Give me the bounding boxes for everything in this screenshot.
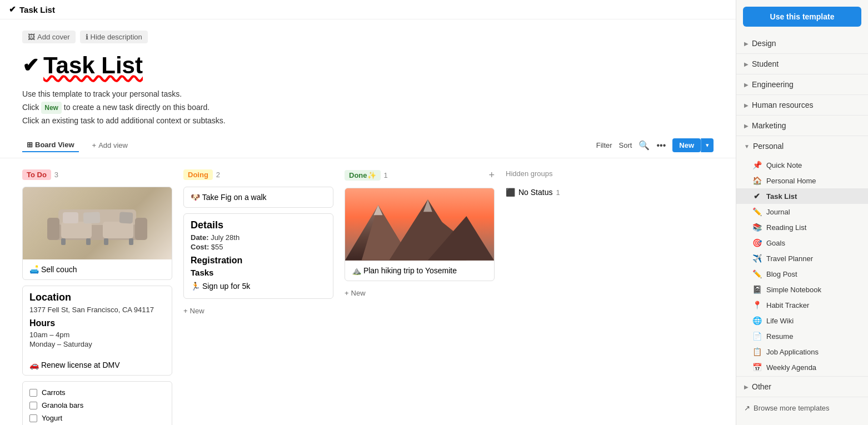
sidebar-item-task-list[interactable]: ✔ Task List bbox=[736, 188, 868, 204]
svg-rect-10 bbox=[63, 212, 78, 223]
external-link-icon: ↗ bbox=[744, 404, 750, 412]
sidebar-item-weekly-agenda[interactable]: 📅 Weekly Agenda bbox=[736, 359, 868, 375]
search-button[interactable]: 🔍 bbox=[638, 140, 650, 151]
sidebar-item-travel-planner[interactable]: ✈️ Travel Planner bbox=[736, 251, 868, 266]
quick-note-icon: 📌 bbox=[752, 161, 762, 169]
chevron-right-icon: ▶ bbox=[744, 384, 749, 390]
couch-image bbox=[23, 187, 172, 259]
marketing-label: Marketing bbox=[752, 121, 786, 130]
chevron-right-icon: ▶ bbox=[744, 61, 749, 67]
sidebar-section-header-student[interactable]: ▶ Student bbox=[736, 54, 868, 74]
checkbox-icon[interactable] bbox=[29, 414, 37, 422]
sidebar-item-simple-notebook[interactable]: 📓 Simple Notebook bbox=[736, 282, 868, 297]
sidebar-section-header-engineering[interactable]: ▶ Engineering bbox=[736, 74, 868, 94]
sidebar-section-header-design[interactable]: ▶ Design bbox=[736, 33, 868, 53]
cost-line: Cost: $55 bbox=[191, 243, 326, 251]
doing-count: 2 bbox=[216, 171, 220, 179]
add-cover-button[interactable]: 🖼 Add cover bbox=[22, 31, 76, 43]
sidebar-section-header-other[interactable]: ▶ Other bbox=[736, 377, 868, 397]
board-icon: ⊞ bbox=[27, 141, 33, 149]
card-walk-fig[interactable]: 🐶 Take Fig on a walk bbox=[183, 187, 333, 208]
sort-button[interactable]: Sort bbox=[619, 141, 632, 149]
sidebar-section-header-hr[interactable]: ▶ Human resources bbox=[736, 95, 868, 115]
add-done-column-button[interactable]: + bbox=[488, 169, 495, 181]
sidebar-section-header-marketing[interactable]: ▶ Marketing bbox=[736, 116, 868, 136]
sidebar-item-goals[interactable]: 🎯 Goals bbox=[736, 235, 868, 251]
sidebar-item-quick-note[interactable]: 📌 Quick Note bbox=[736, 157, 868, 173]
checkbox-icon[interactable] bbox=[29, 402, 37, 409]
plus-icon: + bbox=[345, 289, 349, 297]
add-done-button[interactable]: + New bbox=[345, 287, 366, 299]
column-header-todo: To Do 3 bbox=[22, 169, 172, 180]
location-heading: Location bbox=[29, 292, 165, 303]
done-count: 1 bbox=[384, 171, 388, 179]
reading-list-icon: 📚 bbox=[752, 223, 762, 232]
column-header-doing: Doing 2 bbox=[183, 169, 333, 180]
new-button[interactable]: New bbox=[672, 138, 701, 152]
svg-rect-12 bbox=[119, 212, 133, 224]
checkbox-icon[interactable] bbox=[29, 389, 37, 397]
sidebar-section-header-personal[interactable]: ▼ Personal bbox=[736, 136, 868, 156]
travel-planner-icon: ✈️ bbox=[752, 254, 762, 263]
title-checkmark-icon: ✔ bbox=[22, 54, 39, 77]
personal-home-icon: 🏠 bbox=[752, 176, 762, 185]
main-content: 🖼 Add cover ℹ Hide description ✔ Task Li… bbox=[0, 19, 736, 425]
desc-line-1: Use this template to track your personal… bbox=[22, 88, 714, 101]
card-title-yosemite: ⛰️ Plan hiking trip to Yosemite bbox=[352, 266, 487, 275]
details-heading: Details bbox=[191, 219, 326, 231]
use-template-button[interactable]: Use this template bbox=[743, 7, 861, 27]
no-status-group[interactable]: ⬛ No Status 1 bbox=[506, 184, 617, 200]
svg-rect-3 bbox=[135, 218, 147, 240]
hours-heading: Hours bbox=[29, 318, 165, 328]
card-groceries[interactable]: Carrots Granola bars Yogurt bbox=[22, 381, 172, 425]
more-options-button[interactable]: ••• bbox=[656, 141, 666, 151]
view-toolbar: ⊞ Board View + Add view Filter Sort 🔍 ••… bbox=[0, 133, 736, 158]
card-title-dmv: 🚗 Renew license at DMV bbox=[29, 361, 165, 369]
card-5k[interactable]: Details Date: July 28th Cost: $55 Regist… bbox=[183, 213, 333, 299]
board-area: To Do 3 bbox=[0, 158, 736, 425]
svg-rect-7 bbox=[129, 238, 133, 245]
breadcrumb-title: Task List bbox=[19, 5, 55, 14]
checkbox-carrots: Carrots bbox=[23, 386, 172, 399]
sidebar-item-habit-tracker[interactable]: 📍 Habit Tracker bbox=[736, 297, 868, 313]
personal-label: Personal bbox=[753, 142, 784, 151]
card-renew-license[interactable]: Location 1377 Fell St, San Francisco, CA… bbox=[22, 286, 172, 376]
chevron-right-icon: ▶ bbox=[744, 82, 749, 88]
sidebar-item-personal-home[interactable]: 🏠 Personal Home bbox=[736, 173, 868, 188]
svg-rect-8 bbox=[61, 222, 92, 238]
registration-heading: Registration bbox=[191, 256, 326, 266]
column-header-done: Done✨ 1 + bbox=[345, 169, 495, 181]
chevron-right-icon: ▶ bbox=[744, 102, 749, 108]
todo-tag: To Do bbox=[22, 169, 51, 180]
board-view-button[interactable]: ⊞ Board View bbox=[22, 138, 79, 152]
page-title: ✔ Task List bbox=[22, 52, 714, 79]
add-view-button[interactable]: + Add view bbox=[88, 139, 132, 152]
image-icon: 🖼 bbox=[28, 33, 35, 41]
sidebar-item-journal[interactable]: ✏️ Journal bbox=[736, 204, 868, 219]
sidebar-item-resume[interactable]: 📄 Resume bbox=[736, 328, 868, 344]
sidebar-item-job-applications[interactable]: 📋 Job Applications bbox=[736, 344, 868, 359]
personal-items: 📌 Quick Note 🏠 Personal Home ✔ Task List… bbox=[736, 156, 868, 376]
other-label: Other bbox=[752, 382, 771, 391]
browse-more-button[interactable]: ↗ Browse more templates bbox=[736, 397, 868, 419]
habit-tracker-icon: 📍 bbox=[752, 301, 762, 309]
card-sell-couch[interactable]: 🛋️ Sell couch bbox=[22, 187, 172, 280]
no-status-label: No Status bbox=[518, 188, 552, 197]
new-button-dropdown[interactable]: ▾ bbox=[701, 138, 714, 152]
design-label: Design bbox=[752, 39, 776, 48]
sidebar-item-blog-post[interactable]: ✏️ Blog Post bbox=[736, 266, 868, 282]
chevron-right-icon: ▶ bbox=[744, 123, 749, 129]
sidebar-item-life-wiki[interactable]: 🌐 Life Wiki bbox=[736, 313, 868, 328]
card-yosemite[interactable]: ⛰️ Plan hiking trip to Yosemite bbox=[345, 188, 495, 281]
card-body-yosemite: ⛰️ Plan hiking trip to Yosemite bbox=[345, 261, 494, 281]
sidebar-item-reading-list[interactable]: 📚 Reading List bbox=[736, 219, 868, 235]
card-body-walk: 🐶 Take Fig on a walk bbox=[184, 187, 333, 207]
filter-button[interactable]: Filter bbox=[596, 141, 612, 149]
page-header: 🖼 Add cover ℹ Hide description ✔ Task Li… bbox=[0, 19, 736, 133]
plus-icon: + bbox=[92, 141, 97, 149]
location-address: 1377 Fell St, San Francisco, CA 94117 bbox=[29, 306, 165, 314]
add-doing-button[interactable]: + New bbox=[183, 304, 204, 317]
hours-line2: Monday – Saturday bbox=[29, 340, 165, 348]
hide-description-button[interactable]: ℹ Hide description bbox=[80, 31, 148, 43]
column-doing: Doing 2 🐶 Take Fig on a walk Details Dat… bbox=[183, 169, 333, 317]
